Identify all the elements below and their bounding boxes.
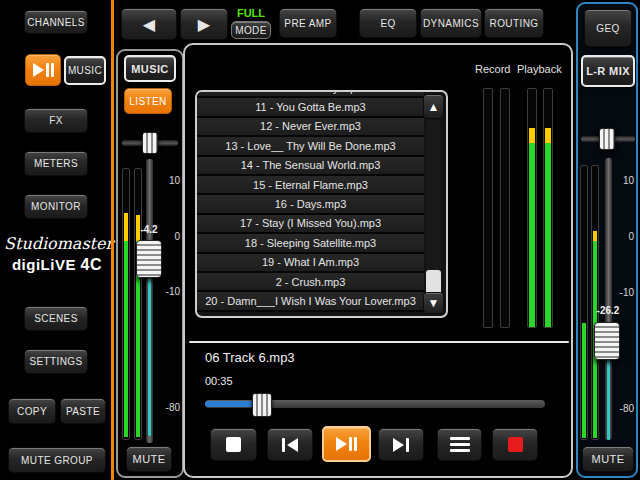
current-track-name: 06 Track 6.mp3: [205, 350, 295, 365]
progress-knob[interactable]: [252, 393, 272, 417]
master-strip: GEQ L-R MIX -26.2 10 0 -10 -80 MUTE: [576, 2, 638, 478]
model-logo: digiLiVE 4C: [4, 256, 110, 274]
scenes-button[interactable]: SCENES: [24, 306, 88, 331]
full-label: FULL: [231, 7, 271, 19]
channel-scale-minus80: -80: [156, 402, 180, 413]
master-scale-minus80: -80: [610, 403, 634, 414]
nav-right-button[interactable]: ▶: [180, 8, 228, 40]
previous-track-button[interactable]: [267, 428, 313, 461]
next-track-button[interactable]: [378, 428, 424, 461]
master-meter-left: [580, 165, 588, 440]
master-fader-value: -26.2: [589, 305, 627, 316]
master-fader-knob[interactable]: [594, 322, 620, 360]
elapsed-time: 00:35: [205, 375, 233, 387]
nav-left-button[interactable]: ◀: [121, 8, 177, 40]
fx-button[interactable]: FX: [24, 108, 88, 133]
geq-button[interactable]: GEQ: [584, 9, 632, 47]
channel-scale-0: 0: [156, 231, 180, 242]
listen-button[interactable]: LISTEN: [124, 88, 172, 114]
right-arrow-icon: ▶: [198, 15, 211, 34]
stop-button[interactable]: [210, 428, 257, 461]
monitor-button[interactable]: MONITOR: [24, 194, 88, 219]
dynamics-button[interactable]: DYNAMICS: [420, 8, 482, 38]
playlist-track[interactable]: 16 - Days.mp3: [197, 195, 424, 214]
routing-button[interactable]: ROUTING: [484, 8, 544, 38]
playlist-track[interactable]: 18 - Sleeping Satellite.mp3: [197, 234, 424, 253]
playback-meter-right: [543, 88, 553, 328]
channel-meter-left: [122, 168, 130, 440]
scroll-up-button[interactable]: ▲: [423, 94, 444, 119]
settings-button[interactable]: SETTINGS: [24, 349, 88, 374]
playlist-rows: 10 - Walk On By.mp311 - You Gotta Be.mp3…: [197, 90, 424, 312]
channel-mute-button[interactable]: MUTE: [126, 446, 172, 472]
playlist-menu-button[interactable]: [437, 428, 482, 461]
previous-track-icon: [282, 438, 298, 452]
playlist-track[interactable]: 20 - Damn___I Wish I Was Your Lover.mp3: [197, 292, 424, 311]
channel-meter-right: [134, 168, 142, 440]
master-fader-lower-track: [607, 360, 610, 440]
playlist-track[interactable]: 10 - Walk On By.mp3: [197, 90, 424, 98]
channel-name-button[interactable]: MUSIC: [124, 55, 176, 82]
playlist-track[interactable]: 19 - What I Am.mp3: [197, 254, 424, 273]
playback-meter-left: [527, 88, 537, 328]
playlist-track[interactable]: 12 - Never Ever.mp3: [197, 118, 424, 137]
record-label: Record: [475, 63, 510, 75]
playlist-scrollbar[interactable]: ▲ ▼: [423, 94, 444, 314]
model-name: digiLiVE: [12, 256, 76, 273]
master-meter-right: [591, 165, 599, 440]
master-scale-10: 10: [610, 175, 634, 186]
stop-icon: [226, 437, 241, 452]
paste-button[interactable]: PASTE: [60, 398, 106, 424]
master-pan-knob[interactable]: [599, 128, 615, 150]
sidebar-music-button[interactable]: MUSIC: [64, 56, 106, 85]
playlist: 10 - Walk On By.mp311 - You Gotta Be.mp3…: [195, 90, 448, 318]
playlist-track[interactable]: 13 - Love__ Thy Will Be Done.mp3: [197, 137, 424, 156]
down-arrow-icon: ▼: [428, 296, 440, 310]
channel-scale-10: 10: [156, 175, 180, 186]
player-divider: [189, 341, 569, 343]
scrollbar-track[interactable]: [426, 120, 441, 292]
mixer-screen: CHANNELS MUSIC FX METERS MONITOR Studiom…: [0, 0, 640, 480]
playlist-track[interactable]: 2 - Crush.mp3: [197, 273, 424, 292]
sidebar-divider: [111, 0, 114, 480]
record-meter-left: [483, 88, 493, 328]
channel-strip-music: MUSIC LISTEN -4.2 10 0 -10 -80 MUTE: [116, 49, 184, 478]
record-button[interactable]: [492, 428, 538, 461]
playlist-track[interactable]: 11 - You Gotta Be.mp3: [197, 98, 424, 117]
master-scale-0: 0: [610, 231, 634, 242]
playlist-track[interactable]: 15 - Eternal Flame.mp3: [197, 176, 424, 195]
eq-button[interactable]: EQ: [359, 8, 417, 38]
master-scale-minus10: -10: [610, 287, 634, 298]
channel-pan-knob[interactable]: [142, 132, 158, 154]
playback-label: Playback: [517, 63, 562, 75]
master-mute-button[interactable]: MUTE: [582, 446, 634, 472]
copy-button[interactable]: COPY: [8, 398, 56, 424]
brand-logo: Studiomaster: [4, 234, 110, 253]
play-pause-icon: [33, 63, 54, 77]
up-arrow-icon: ▲: [428, 100, 440, 114]
meters-button[interactable]: METERS: [24, 151, 88, 176]
master-name-button[interactable]: L-R MIX: [581, 55, 635, 87]
playlist-track[interactable]: 17 - Stay (I Missed You).mp3: [197, 215, 424, 234]
record-icon: [508, 437, 523, 452]
channel-fader-knob[interactable]: [136, 240, 162, 278]
pre-amp-button[interactable]: PRE AMP: [279, 8, 337, 38]
channels-button[interactable]: CHANNELS: [24, 10, 88, 34]
channel-fader-lower-track: [148, 278, 151, 436]
channel-scale-minus10: -10: [156, 286, 180, 297]
playlist-track[interactable]: 14 - The Sensual World.mp3: [197, 157, 424, 176]
music-player-panel: Record Playback 10 - Walk On By.mp311 - …: [183, 43, 573, 478]
sidebar-play-pause-button[interactable]: [25, 54, 61, 86]
left-arrow-icon: ◀: [143, 15, 156, 34]
mode-button[interactable]: MODE: [231, 21, 271, 39]
scroll-down-button[interactable]: ▼: [423, 292, 444, 314]
next-track-icon: [393, 438, 409, 452]
model-suffix: 4C: [81, 256, 102, 273]
playlist-icon: [450, 437, 470, 452]
play-pause-button[interactable]: [322, 426, 371, 462]
play-pause-icon: [336, 437, 357, 451]
mute-group-button[interactable]: MUTE GROUP: [8, 447, 106, 473]
record-meter-right: [500, 88, 510, 328]
